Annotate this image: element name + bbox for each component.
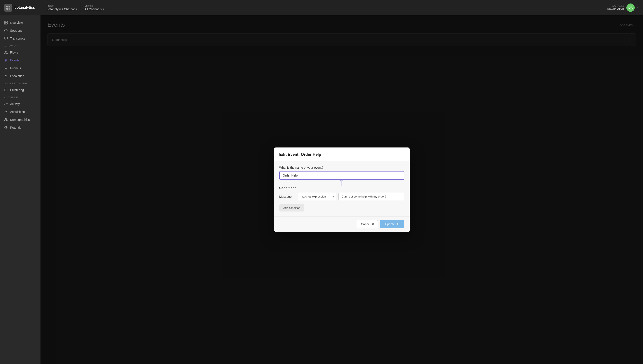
sidebar-flows-label: Flows xyxy=(10,51,18,54)
sidebar-clustering-label: Clustering xyxy=(10,88,24,92)
cancel-button[interactable]: Cancel × xyxy=(357,220,378,228)
sidebar-item-acquisition[interactable]: Acquisition xyxy=(0,108,40,116)
svg-rect-2 xyxy=(6,8,8,10)
svg-rect-6 xyxy=(4,23,6,24)
sidebar-item-demographics[interactable]: Demographics xyxy=(0,116,40,124)
svg-point-13 xyxy=(6,77,6,77)
add-condition-button[interactable]: Add condition xyxy=(279,204,304,212)
sidebar-funnels-label: Funnels xyxy=(10,66,21,70)
chat-icon xyxy=(4,36,8,40)
flows-icon xyxy=(4,50,8,54)
layers-icon xyxy=(4,88,8,92)
svg-point-12 xyxy=(7,53,8,54)
modal-footer: Cancel × Update ↻ xyxy=(274,216,410,232)
update-icon: ↻ xyxy=(397,222,400,226)
svg-rect-5 xyxy=(6,21,8,22)
project-chevron-icon: ▾ xyxy=(76,8,77,10)
acquisition-icon xyxy=(4,110,8,114)
svg-point-11 xyxy=(4,53,5,54)
sidebar-escalation-label: Escalation xyxy=(10,74,24,78)
project-value[interactable]: Botanalytics Chatbot ▾ xyxy=(47,8,77,11)
audience-section-label: AUDIENCE xyxy=(0,94,40,100)
user-name: Dawud Aliyu xyxy=(607,7,624,11)
brand-name: botanalytics xyxy=(15,6,35,10)
project-label: Project xyxy=(47,4,77,7)
sidebar-item-activity[interactable]: Activity xyxy=(0,100,40,108)
sidebar-item-funnels[interactable]: Funnels xyxy=(0,64,40,72)
svg-point-16 xyxy=(6,119,7,120)
sidebar: Overview Sessions Transcripts BEHAVIOR xyxy=(0,15,41,364)
funnel-icon xyxy=(4,66,8,70)
arrow-up-icon xyxy=(340,178,344,187)
update-button[interactable]: Update ↻ xyxy=(380,220,404,228)
sidebar-item-events[interactable]: Events xyxy=(0,56,40,64)
sidebar-demographics-label: Demographics xyxy=(10,118,30,122)
sidebar-retention-label: Retention xyxy=(10,126,23,129)
grid-icon xyxy=(4,21,8,25)
sidebar-events-label: Events xyxy=(10,58,20,62)
svg-rect-9 xyxy=(4,37,8,39)
sidebar-item-clustering[interactable]: Clustering xyxy=(0,86,40,94)
sidebar-overview-label: Overview xyxy=(10,21,23,24)
cancel-icon: × xyxy=(372,222,374,226)
brand-icon xyxy=(4,4,12,12)
svg-rect-1 xyxy=(9,6,10,8)
demographics-icon xyxy=(4,118,8,122)
sidebar-sessions-label: Sessions xyxy=(10,29,23,32)
channel-label: Channel xyxy=(84,4,104,7)
page-title: Events xyxy=(48,22,65,28)
clock-icon xyxy=(4,28,8,32)
svg-point-15 xyxy=(5,119,6,120)
escalation-icon xyxy=(4,74,8,78)
top-nav: botanalytics Project Botanalytics Chatbo… xyxy=(0,0,643,15)
modal-header: Edit Event: Order Help xyxy=(274,148,410,161)
activity-icon xyxy=(4,102,8,106)
event-name-label: What is the name of your event? xyxy=(279,166,404,169)
sidebar-item-flows[interactable]: Flows xyxy=(0,48,40,56)
sidebar-acquisition-label: Acquisition xyxy=(10,110,25,114)
understanding-section-label: UNDERSTANDING xyxy=(0,80,40,86)
brand: botanalytics xyxy=(4,4,39,12)
svg-point-17 xyxy=(5,126,7,129)
svg-rect-4 xyxy=(4,21,6,22)
add-event-button[interactable]: Add event... xyxy=(619,23,636,27)
channel-selector[interactable]: Channel All Channels ▾ xyxy=(84,4,104,11)
sidebar-item-escalation[interactable]: Escalation xyxy=(0,72,40,80)
user-info: Any Profile Dawud Aliyu xyxy=(607,4,624,11)
update-label: Update xyxy=(385,222,395,226)
svg-point-14 xyxy=(5,111,7,112)
condition-text-input[interactable] xyxy=(338,193,404,200)
sidebar-item-transcripts[interactable]: Transcripts xyxy=(0,34,40,42)
sidebar-transcripts-label: Transcripts xyxy=(10,37,25,40)
sidebar-item-retention[interactable]: Retention xyxy=(0,124,40,132)
condition-operator-select[interactable]: matches expression contains equals start… xyxy=(298,193,336,200)
modal-title: Edit Event: Order Help xyxy=(279,152,404,157)
edit-event-modal: Edit Event: Order Help What is the name … xyxy=(274,148,410,232)
channel-value[interactable]: All Channels ▾ xyxy=(84,8,104,11)
lightning-icon xyxy=(4,58,8,62)
user-chevron-icon: ▾ xyxy=(637,6,639,9)
condition-field-label: Message xyxy=(279,195,296,198)
user-role-label: Any Profile xyxy=(607,4,624,7)
condition-row: Message matches expression contains equa… xyxy=(279,193,404,200)
cancel-label: Cancel xyxy=(361,222,371,226)
event-card-name: Order Help xyxy=(52,38,67,42)
svg-rect-7 xyxy=(6,23,8,24)
modal-overlay: Edit Event: Order Help What is the name … xyxy=(41,15,643,364)
project-selector[interactable]: Project Botanalytics Chatbot ▾ xyxy=(47,4,77,11)
user-menu[interactable]: Any Profile Dawud Aliyu DA ▾ xyxy=(607,4,639,12)
event-card-menu-button[interactable]: ⋮ xyxy=(627,37,631,42)
avatar: DA xyxy=(626,4,635,12)
channel-chevron-icon: ▾ xyxy=(103,8,104,10)
modal-body: What is the name of your event? Conditio… xyxy=(274,161,410,216)
page-header: Events Add event... xyxy=(48,22,636,28)
sidebar-item-overview[interactable]: Overview xyxy=(0,19,40,27)
behavior-section-label: BEHAVIOR xyxy=(0,42,40,48)
nav-divider-1 xyxy=(43,3,43,12)
event-card: Order Help ⋮ xyxy=(48,34,636,46)
main-content: Events Add event... Order Help ⋮ Edit Ev… xyxy=(41,15,643,364)
retention-icon xyxy=(4,126,8,130)
sidebar-activity-label: Activity xyxy=(10,102,20,106)
sidebar-item-sessions[interactable]: Sessions xyxy=(0,27,40,34)
condition-operator-wrapper[interactable]: matches expression contains equals start… xyxy=(298,193,336,200)
